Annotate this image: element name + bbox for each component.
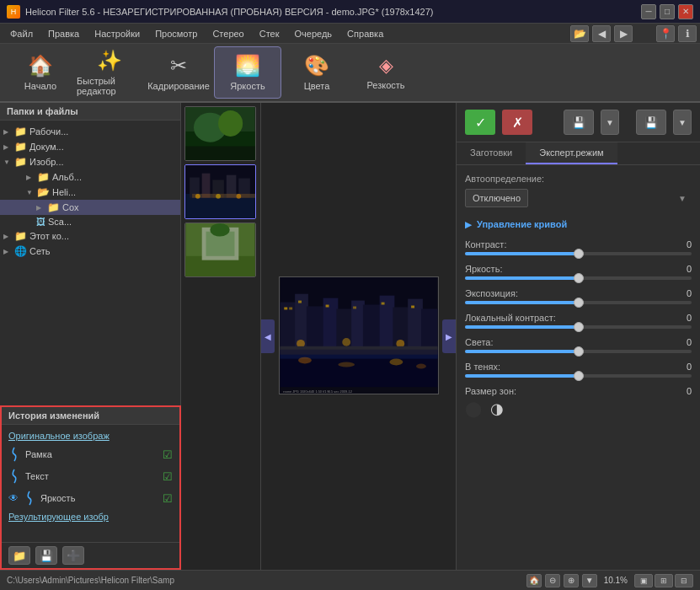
nav-right-arrow[interactable]: ▶ — [442, 319, 456, 353]
lights-thumb[interactable] — [574, 346, 584, 357]
thumbnail-item[interactable] — [184, 164, 256, 219]
toolbar-icon-folder[interactable]: 📂 — [570, 25, 589, 42]
statusbar-zoom-dropdown[interactable]: ▼ — [582, 574, 597, 587]
titlebar-controls[interactable]: ─ □ ✕ — [641, 4, 693, 19]
saveas-dropdown-button[interactable]: ▼ — [673, 110, 692, 135]
tool-quick-edit[interactable]: ✨ Быстрый редактор — [76, 46, 143, 99]
shadows-value: 0 — [675, 362, 692, 372]
maximize-button[interactable]: □ — [660, 4, 675, 19]
history-brightness-label: Яркость — [40, 493, 75, 503]
svg-point-3 — [218, 110, 243, 137]
tool-color[interactable]: 🎨 Цвета — [283, 46, 350, 99]
toolbar-icon-pin[interactable]: 📍 — [656, 25, 675, 42]
history-item-original[interactable]: Оригинальное изображ — [8, 428, 173, 443]
cancel-button[interactable]: ✗ — [502, 110, 532, 135]
shadows-track[interactable] — [465, 374, 692, 378]
history-item-frame[interactable]: Рамка ☑ — [8, 443, 173, 465]
nav-left-arrow[interactable]: ◀ — [261, 319, 275, 353]
tree-item-documents[interactable]: ▶ 📁 Докум... — [0, 139, 180, 154]
local-contrast-thumb[interactable] — [574, 322, 584, 332]
tree-item-heli[interactable]: ▼ 📂 Heli... — [0, 185, 180, 200]
menubar-right: 📂 ◀ ▶ 📍 ℹ — [570, 25, 697, 42]
folder-icon: 📁 — [14, 230, 27, 242]
tree-label: Докум... — [29, 142, 64, 152]
tool-brightness[interactable]: 🌅 Яркость — [214, 46, 281, 99]
toolbar-icon-forward[interactable]: ▶ — [614, 25, 633, 42]
svg-rect-32 — [420, 308, 437, 351]
menu-queue[interactable]: Очередь — [288, 27, 339, 40]
thumbnail-item[interactable] — [184, 223, 256, 277]
tab-presets[interactable]: Заготовки — [457, 142, 526, 164]
tab-expert[interactable]: Эксперт.режим — [526, 142, 617, 164]
svg-point-48 — [342, 337, 350, 346]
tree-item-sca[interactable]: 🖼 Sca... — [0, 215, 180, 228]
tree-label: Heli... — [52, 187, 76, 197]
tree-label: Альб... — [52, 172, 82, 182]
history-item-brightness[interactable]: 👁 Яркость ☑ — [8, 487, 173, 509]
toolbar-icon-info[interactable]: ℹ — [678, 25, 697, 42]
brightness-thumb[interactable] — [574, 273, 584, 283]
statusbar-home-icon[interactable]: 🏠 — [526, 574, 542, 587]
tree-item-cox[interactable]: ▶ 📁 Cox — [0, 200, 180, 215]
statusbar: C:\Users\Admin\Pictures\Helicon Filter\S… — [0, 570, 700, 590]
contrast-thumb[interactable] — [574, 249, 584, 259]
svg-text:name JPG 1920x640 1:50 f/1 M.5: name JPG 1920x640 1:50 f/1 M.5 sec 2009-… — [283, 389, 352, 394]
expand-icon: ▶ — [26, 174, 35, 181]
tree-item-albums[interactable]: ▶ 📁 Альб... — [0, 169, 180, 185]
view-split-button[interactable]: ⊞ — [655, 574, 673, 587]
local-contrast-track[interactable] — [465, 325, 692, 329]
svg-point-15 — [236, 194, 241, 199]
brightness-track[interactable] — [465, 276, 692, 280]
svg-rect-39 — [411, 305, 414, 308]
menu-help[interactable]: Справка — [340, 27, 390, 40]
saveas-button[interactable]: 💾 — [636, 110, 666, 135]
contrast-track[interactable] — [465, 252, 692, 255]
save-button[interactable]: 💾 — [564, 110, 594, 135]
shadows-label: В тенях: — [465, 362, 500, 372]
folder-icon: 📁 — [47, 201, 60, 213]
view-single-button[interactable]: ▣ — [634, 574, 653, 587]
statusbar-minus-icon[interactable]: ⊖ — [545, 574, 560, 587]
tree-item-desktops[interactable]: ▶ 📁 Рабочи... — [0, 124, 180, 139]
exposure-track[interactable] — [465, 301, 692, 304]
thumbnail-item[interactable] — [184, 106, 256, 161]
settings-area: Автоопределение: Отключено ▼ ▶ Управлени… — [457, 165, 700, 570]
tool-crop[interactable]: ✂ Кадрирование — [145, 46, 212, 99]
close-button[interactable]: ✕ — [678, 4, 693, 19]
statusbar-zoom: 10.1% — [604, 576, 628, 585]
titlebar-left: H Helicon Filter 5.6 - НЕЗАРЕГИСТРИРОВАН… — [7, 5, 434, 19]
autodetect-select[interactable]: Отключено — [465, 189, 528, 207]
menu-view[interactable]: Просмотр — [148, 27, 204, 40]
menu-settings[interactable]: Настройки — [88, 27, 147, 40]
menu-edit[interactable]: Правка — [41, 27, 86, 40]
minimize-button[interactable]: ─ — [641, 4, 656, 19]
svg-rect-35 — [298, 300, 302, 303]
history-item-text[interactable]: Текст ☑ — [8, 465, 173, 487]
file-icon: 🖼 — [36, 217, 45, 227]
tool-home[interactable]: 🏠 Начало — [7, 46, 74, 99]
lights-track[interactable] — [465, 350, 692, 353]
preview-area: ◀ — [261, 103, 456, 570]
ok-button[interactable]: ✓ — [465, 110, 495, 135]
history-save-button[interactable]: 💾 — [35, 546, 57, 565]
menu-stack[interactable]: Стек — [253, 27, 286, 40]
toolbar-icon-back[interactable]: ◀ — [592, 25, 611, 42]
history-add-button[interactable]: ➕ — [62, 546, 84, 565]
tree-item-images[interactable]: ▼ 📁 Изобр... — [0, 154, 180, 169]
tree-item-etot[interactable]: ▶ 📁 Этот ко... — [0, 228, 180, 244]
view-grid-button[interactable]: ⊟ — [675, 574, 693, 587]
statusbar-icons: 🏠 ⊖ ⊕ ▼ — [526, 574, 597, 587]
svg-rect-34 — [289, 307, 292, 309]
preview-image-wrap: name JPG 1920x640 1:50 f/1 M.5 sec 2009-… — [279, 276, 439, 397]
statusbar-plus-icon[interactable]: ⊕ — [564, 574, 579, 587]
svg-rect-36 — [325, 304, 329, 307]
tree-item-network[interactable]: ▶ 🌐 Сеть — [0, 244, 180, 259]
menu-stereo[interactable]: Стерео — [206, 27, 250, 40]
shadows-thumb[interactable] — [574, 371, 584, 381]
exposure-thumb[interactable] — [574, 298, 584, 308]
history-item-result[interactable]: Результирующее изобр — [8, 509, 173, 524]
menu-file[interactable]: Файл — [3, 27, 40, 40]
history-load-button[interactable]: 📁 — [8, 546, 30, 565]
save-dropdown-button[interactable]: ▼ — [601, 110, 619, 135]
tool-sharpen[interactable]: ◈ Резкость — [352, 46, 419, 99]
